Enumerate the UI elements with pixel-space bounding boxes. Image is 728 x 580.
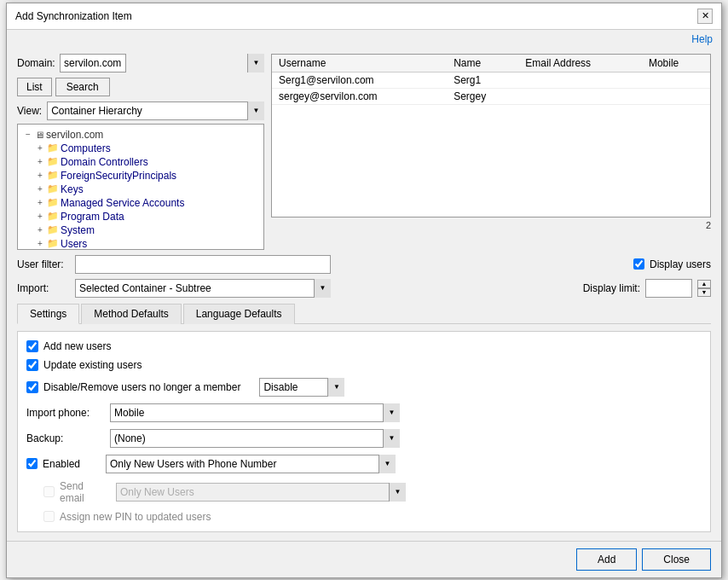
disable-remove-checkbox[interactable] <box>26 381 38 393</box>
cell-mobile <box>642 88 710 104</box>
display-limit-input[interactable]: 1000 <box>645 279 692 298</box>
col-username: Username <box>272 55 447 72</box>
left-panel: Domain: servilon.com ▼ List Search View:… <box>17 54 264 250</box>
tree-root-label: servilon.com <box>46 129 103 141</box>
disable-remove-label: Disable/Remove users no longer a member <box>43 381 240 393</box>
display-users-group: Display users <box>633 258 711 270</box>
bottom-buttons: Add Close <box>7 541 721 577</box>
backup-label: Backup: <box>26 432 103 444</box>
tree-item-computers[interactable]: + 📁 Computers <box>21 142 260 155</box>
disable-action-select[interactable]: DisableRemove <box>259 378 344 397</box>
display-limit-label: Display limit: <box>583 282 640 294</box>
backup-select-wrapper: (None)WorkHomeOther ▼ <box>110 429 400 448</box>
tree-folder-icon: 📁 <box>47 142 59 154</box>
filter-input[interactable] <box>75 255 331 274</box>
tree-item-keys[interactable]: + 📁 Keys <box>21 183 260 196</box>
table-row[interactable]: Serg1@servilon.com Serg1 <box>272 72 710 88</box>
root-expander: − <box>21 130 35 139</box>
enabled-checkbox[interactable] <box>26 458 38 469</box>
tree-item-system[interactable]: + 📁 System <box>21 223 260 237</box>
enabled-select[interactable]: Only New Users with Phone NumberAll New … <box>106 455 396 473</box>
import-phone-select-wrapper: MobileWorkHomeOther ▼ <box>110 403 400 422</box>
col-email: Email Address <box>518 55 642 72</box>
keys-expander: + <box>33 184 47 194</box>
display-users-checkbox[interactable] <box>633 258 644 270</box>
send-email-select[interactable]: Only New UsersAll New Users <box>116 483 406 502</box>
tree-folder-icon7: 📁 <box>47 224 59 235</box>
fsp-expander: + <box>33 171 47 180</box>
tree-item-label: ForeignSecurityPrincipals <box>61 170 176 182</box>
list-button[interactable]: List <box>17 78 52 96</box>
add-new-users-label: Add new users <box>43 340 111 352</box>
table-row[interactable]: sergey@servilon.com Sergey <box>272 88 710 104</box>
tree-root-item[interactable]: − 🖥 servilon.com <box>21 128 260 142</box>
users-expander: + <box>33 239 47 248</box>
title-bar: Add Synchronization Item ✕ <box>7 3 721 30</box>
assign-pin-checkbox[interactable] <box>43 511 55 522</box>
computers-expander: + <box>33 143 47 153</box>
search-button[interactable]: Search <box>55 78 110 96</box>
import-phone-select[interactable]: MobileWorkHomeOther <box>110 403 400 422</box>
add-button[interactable]: Add <box>576 548 637 571</box>
backup-select[interactable]: (None)WorkHomeOther <box>110 429 400 448</box>
import-select[interactable]: Selected Container - SubtreeAll UsersCus… <box>75 279 331 298</box>
view-select[interactable]: Container HierarchyFlat List <box>47 102 264 120</box>
close-button[interactable]: Close <box>642 548 711 571</box>
domain-select-wrapper: servilon.com ▼ <box>60 54 264 72</box>
tree-item-fsp[interactable]: + 📁 ForeignSecurityPrincipals <box>21 169 260 183</box>
col-mobile: Mobile <box>642 55 710 72</box>
right-panel: Username Name Email Address Mobile Serg1… <box>271 54 711 250</box>
filter-label: User filter: <box>17 258 68 270</box>
cell-mobile <box>642 72 710 88</box>
assign-pin-label: Assign new PIN to updated users <box>60 511 211 523</box>
filter-row: User filter: Display users <box>17 255 711 274</box>
tab-method-defaults[interactable]: Method Defaults <box>81 304 181 324</box>
enabled-label: Enabled <box>43 458 101 470</box>
tab-language-defaults[interactable]: Language Defaults <box>183 304 295 324</box>
tree-item-label: Users <box>61 238 87 250</box>
domain-label: Domain: <box>17 57 60 69</box>
import-row: Import: Selected Container - SubtreeAll … <box>17 279 711 298</box>
tree-root-icon: 🖥 <box>35 130 44 140</box>
tree-item-label: Keys <box>61 183 84 195</box>
import-phone-label: Import phone: <box>26 407 103 419</box>
tree-item-label: Program Data <box>61 211 124 223</box>
add-sync-dialog: Add Synchronization Item ✕ Help Domain: … <box>6 3 722 578</box>
tree-item-label: Managed Service Accounts <box>61 197 184 209</box>
tabs-row: Settings Method Defaults Language Defaul… <box>17 303 711 324</box>
view-select-wrapper: Container HierarchyFlat List ▼ <box>47 102 264 120</box>
users-table[interactable]: Username Name Email Address Mobile Serg1… <box>271 54 711 218</box>
backup-row: Backup: (None)WorkHomeOther ▼ <box>26 429 702 448</box>
dc-expander: + <box>33 157 47 166</box>
tree-folder-icon3: 📁 <box>47 170 59 181</box>
add-new-users-checkbox[interactable] <box>26 340 38 352</box>
update-existing-row: Update existing users <box>26 359 702 371</box>
import-phone-row: Import phone: MobileWorkHomeOther ▼ <box>26 403 702 422</box>
enabled-select-wrapper: Only New Users with Phone NumberAll New … <box>106 455 396 473</box>
send-email-checkbox[interactable] <box>43 486 55 497</box>
add-new-users-row: Add new users <box>26 340 702 352</box>
tree-item-users[interactable]: + 📁 Users <box>21 237 260 250</box>
dialog-title: Add Synchronization Item <box>15 10 132 22</box>
tree-item-label: Domain Controllers <box>61 156 148 168</box>
limit-down-button[interactable]: ▼ <box>697 288 711 297</box>
col-name: Name <box>447 55 518 72</box>
tree-folder-icon6: 📁 <box>47 211 59 222</box>
help-link[interactable]: Help <box>7 30 721 49</box>
tree-item-msa[interactable]: + 📁 Managed Service Accounts <box>21 196 260 210</box>
tree-panel: − 🖥 servilon.com + 📁 Computers + 📁 <box>17 124 264 250</box>
assign-pin-row: Assign new PIN to updated users <box>43 511 702 523</box>
domain-select[interactable]: servilon.com <box>60 54 126 72</box>
tree-item-domain-controllers[interactable]: + 📁 Domain Controllers <box>21 155 260 169</box>
tree-item-program-data[interactable]: + 📁 Program Data <box>21 210 260 223</box>
send-email-label: Send email <box>60 480 111 504</box>
update-existing-checkbox[interactable] <box>26 359 38 371</box>
limit-up-button[interactable]: ▲ <box>697 280 711 288</box>
cell-username: sergey@servilon.com <box>272 88 447 104</box>
tab-settings[interactable]: Settings <box>17 304 79 324</box>
disable-action-wrapper: DisableRemove ▼ <box>259 378 344 397</box>
send-email-select-wrapper: Only New UsersAll New Users ▼ <box>116 483 406 502</box>
limit-spinner: ▲ ▼ <box>697 280 711 297</box>
user-count: 2 <box>706 220 711 230</box>
close-icon[interactable]: ✕ <box>697 9 713 24</box>
